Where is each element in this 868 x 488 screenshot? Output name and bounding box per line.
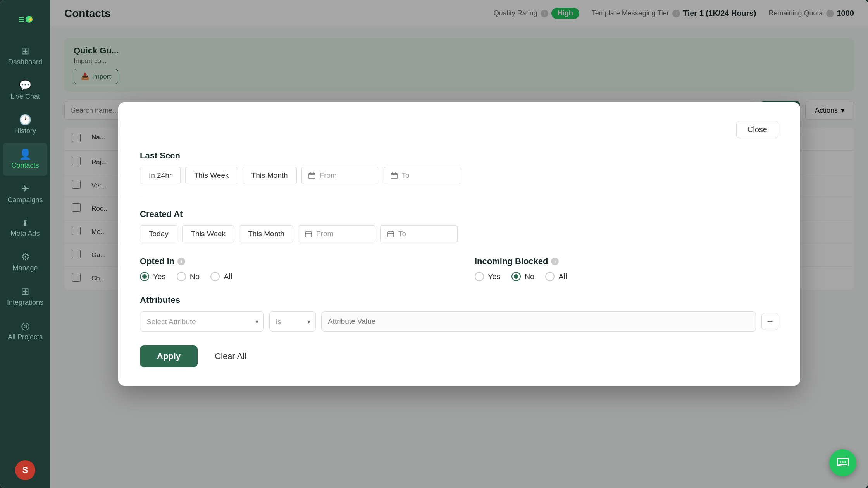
opted-in-info-icon[interactable]: i <box>177 258 185 265</box>
created-at-to-input[interactable]: To <box>380 225 458 242</box>
sidebar-item-integrations[interactable]: ⊞ Integrations <box>3 280 47 313</box>
opted-in-label: Opted In i <box>140 256 444 266</box>
select-attribute-wrapper: Select Attribute ▾ <box>140 311 264 332</box>
incoming-blocked-yes-label: Yes <box>488 272 501 281</box>
operator-dropdown[interactable]: is <box>269 311 316 332</box>
created-at-chip-this-week[interactable]: This Week <box>182 225 234 242</box>
incoming-blocked-all-label: All <box>558 272 567 281</box>
chat-fab-button[interactable] <box>829 449 856 476</box>
last-seen-from-input[interactable]: From <box>301 167 379 184</box>
filter-modal: Close Last Seen In 24hr This Week This M… <box>118 102 800 386</box>
plus-icon: + <box>767 316 773 328</box>
calendar-icon <box>305 230 312 238</box>
sidebar-item-all-projects[interactable]: ◎ All Projects <box>3 314 47 347</box>
svg-text:⚡: ⚡ <box>27 16 34 23</box>
sidebar-item-label: Meta Ads <box>10 230 40 238</box>
sidebar: ≡ ⚡ ⊞ Dashboard 💬 Live Chat 🕐 History 👤 … <box>0 0 50 488</box>
integrations-icon: ⊞ <box>21 286 29 296</box>
sidebar-item-history[interactable]: 🕐 History <box>3 108 47 141</box>
sidebar-item-label: Campaigns <box>7 196 43 204</box>
attribute-value-input[interactable] <box>321 311 756 332</box>
all-projects-icon: ◎ <box>21 321 30 331</box>
opted-in-no-label: No <box>190 272 200 281</box>
opted-in-options: Yes No All <box>140 272 444 281</box>
last-seen-label: Last Seen <box>140 151 778 161</box>
svg-rect-12 <box>305 232 312 237</box>
opted-in-all[interactable]: All <box>210 272 232 281</box>
sidebar-item-label: Integrations <box>7 299 43 307</box>
radio-all-circle <box>210 272 220 281</box>
created-at-section: Created At Today This Week This Month Fr… <box>140 209 778 242</box>
last-seen-section: Last Seen In 24hr This Week This Month F… <box>140 151 778 184</box>
last-seen-row: In 24hr This Week This Month From <box>140 167 778 184</box>
sidebar-item-label: All Projects <box>8 333 43 341</box>
radio-yes-circle <box>475 272 484 281</box>
created-at-label: Created At <box>140 209 778 219</box>
svg-rect-20 <box>840 461 841 463</box>
sidebar-item-label: Dashboard <box>8 58 42 66</box>
sidebar-item-manage[interactable]: ⚙ Manage <box>3 246 47 278</box>
calendar-icon <box>390 172 398 179</box>
action-row: Apply Clear All <box>140 345 778 367</box>
meta-ads-icon: f <box>24 218 27 227</box>
incoming-blocked-no[interactable]: No <box>512 272 535 281</box>
app-logo[interactable]: ≡ ⚡ <box>14 8 37 31</box>
incoming-blocked-all[interactable]: All <box>545 272 567 281</box>
sidebar-item-label: Contacts <box>11 162 39 170</box>
created-at-chip-this-month[interactable]: This Month <box>239 225 293 242</box>
svg-rect-22 <box>844 461 846 463</box>
created-at-from-placeholder: From <box>316 230 333 238</box>
add-attribute-button[interactable]: + <box>761 313 778 330</box>
avatar-letter: S <box>22 465 28 475</box>
radio-all-circle <box>545 272 555 281</box>
last-seen-chip-this-month[interactable]: This Month <box>243 167 297 184</box>
last-seen-to-input[interactable]: To <box>384 167 461 184</box>
incoming-blocked-info-icon[interactable]: i <box>551 258 559 265</box>
manage-icon: ⚙ <box>21 252 30 262</box>
last-seen-chip-in24hr[interactable]: In 24hr <box>140 167 181 184</box>
clear-all-button[interactable]: Clear All <box>205 345 256 367</box>
attributes-row: Select Attribute ▾ is ▾ + <box>140 311 778 332</box>
opted-in-yes-label: Yes <box>153 272 166 281</box>
incoming-blocked-group: Incoming Blocked i Yes No <box>475 256 778 281</box>
created-at-chip-today[interactable]: Today <box>140 225 177 242</box>
last-seen-from-placeholder: From <box>320 171 337 180</box>
live-chat-icon: 💬 <box>19 80 31 90</box>
calendar-icon <box>308 172 316 179</box>
radio-groups: Opted In i Yes No <box>140 256 778 281</box>
sidebar-item-campaigns[interactable]: ✈ Campaigns <box>3 177 47 210</box>
main-content: Contacts Quality Rating i High Template … <box>50 0 868 488</box>
created-at-from-input[interactable]: From <box>298 225 375 242</box>
user-avatar[interactable]: S <box>15 460 35 480</box>
select-attribute-dropdown[interactable]: Select Attribute <box>140 311 264 332</box>
dashboard-icon: ⊞ <box>21 46 29 56</box>
apply-button[interactable]: Apply <box>140 345 198 367</box>
incoming-blocked-label: Incoming Blocked i <box>475 256 778 266</box>
last-seen-chip-this-week[interactable]: This Week <box>185 167 238 184</box>
close-button[interactable]: Close <box>736 121 778 138</box>
incoming-blocked-no-label: No <box>525 272 535 281</box>
contacts-icon: 👤 <box>19 149 31 159</box>
calendar-icon <box>387 230 394 238</box>
divider <box>140 198 778 198</box>
sidebar-item-meta-ads[interactable]: f Meta Ads <box>3 212 47 244</box>
opted-in-yes[interactable]: Yes <box>140 272 166 281</box>
radio-no-circle <box>177 272 186 281</box>
svg-text:≡: ≡ <box>18 14 24 26</box>
sidebar-item-live-chat[interactable]: 💬 Live Chat <box>3 74 47 107</box>
history-icon: 🕐 <box>19 115 31 125</box>
svg-rect-8 <box>391 173 397 179</box>
opted-in-all-label: All <box>224 272 232 281</box>
created-at-row: Today This Week This Month From <box>140 225 778 242</box>
sidebar-item-dashboard[interactable]: ⊞ Dashboard <box>3 40 47 72</box>
opted-in-group: Opted In i Yes No <box>140 256 444 281</box>
incoming-blocked-yes[interactable]: Yes <box>475 272 501 281</box>
sidebar-item-label: Manage <box>12 264 38 272</box>
created-at-to-placeholder: To <box>398 230 406 238</box>
radio-yes-circle <box>140 272 149 281</box>
svg-rect-4 <box>309 173 315 179</box>
sidebar-item-contacts[interactable]: 👤 Contacts <box>3 143 47 176</box>
attributes-section: Attributes Select Attribute ▾ is ▾ <box>140 295 778 332</box>
incoming-blocked-options: Yes No All <box>475 272 778 281</box>
opted-in-no[interactable]: No <box>177 272 200 281</box>
